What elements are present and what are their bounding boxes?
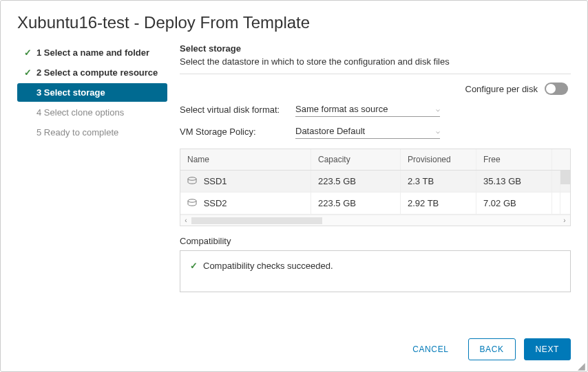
col-free[interactable]: Free — [476, 149, 552, 170]
col-provisioned[interactable]: Provisioned — [401, 149, 476, 170]
col-name[interactable]: Name — [180, 149, 311, 170]
section-title: Select storage — [180, 43, 571, 54]
table-body: SSD1 223.5 GB 2.3 TB 35.13 GB SSD2 — [180, 171, 570, 215]
disk-format-label: Select virtual disk format: — [180, 105, 295, 115]
cell-free: 7.02 GB — [476, 193, 552, 214]
cell-provisioned: 2.3 TB — [401, 171, 476, 192]
svg-point-0 — [188, 177, 196, 180]
wizard-sidebar: ✓ 1 Select a name and folder ✓ 2 Select … — [17, 41, 167, 327]
resize-handle-icon[interactable]: ◢ — [578, 362, 586, 370]
configure-per-disk-row: Configure per disk — [180, 83, 571, 95]
cancel-button[interactable]: CANCEL — [401, 339, 459, 360]
datastore-icon — [187, 199, 197, 206]
cell-provisioned: 2.92 TB — [401, 193, 476, 214]
scroll-thumb[interactable] — [560, 171, 570, 184]
compatibility-box: ✓ Compatibility checks succeeded. — [180, 250, 571, 292]
scroll-left-icon[interactable]: ‹ — [180, 217, 191, 224]
table-row[interactable]: SSD2 223.5 GB 2.92 TB 7.02 GB — [180, 193, 570, 215]
cell-name: SSD1 — [180, 171, 311, 192]
ds-name: SSD1 — [204, 176, 227, 186]
storage-policy-select[interactable]: Datastore Default ⌵ — [295, 124, 440, 139]
table-row[interactable]: SSD1 223.5 GB 2.3 TB 35.13 GB — [180, 171, 570, 193]
step-label: 3 Select storage — [36, 87, 105, 98]
datastore-table: Name Capacity Provisioned Free SSD1 — [180, 149, 571, 226]
dialog-content: ✓ 1 Select a name and folder ✓ 2 Select … — [1, 41, 587, 327]
storage-policy-label: VM Storage Policy: — [180, 127, 295, 137]
chevron-down-icon: ⌵ — [436, 105, 440, 113]
cell-free: 35.13 GB — [476, 171, 552, 192]
step-label: 5 Ready to complete — [36, 127, 118, 138]
col-capacity[interactable]: Capacity — [311, 149, 401, 170]
step-compute-resource[interactable]: ✓ 2 Select a compute resource — [17, 63, 167, 82]
datastore-icon — [187, 177, 197, 184]
step-label: 4 Select clone options — [36, 107, 124, 118]
dialog-footer: CANCEL BACK NEXT — [1, 327, 587, 371]
deploy-template-dialog: Xubuntu16-test - Deploy From Template ✓ … — [0, 0, 588, 372]
compatibility-label: Compatibility — [180, 236, 571, 246]
cell-capacity: 223.5 GB — [311, 193, 401, 214]
main-panel: Select storage Select the datastore in w… — [167, 41, 571, 327]
disk-format-select[interactable]: Same format as source ⌵ — [295, 102, 440, 117]
section-subtitle: Select the datastore in which to store t… — [180, 56, 571, 67]
step-ready-complete: 5 Ready to complete — [17, 123, 167, 142]
step-clone-options: 4 Select clone options — [17, 103, 167, 122]
storage-policy-value: Datastore Default — [295, 126, 365, 136]
check-icon: ✓ — [24, 47, 32, 58]
next-button[interactable]: NEXT — [524, 338, 571, 360]
dialog-title: Xubuntu16-test - Deploy From Template — [1, 1, 587, 41]
svg-point-1 — [188, 199, 196, 202]
back-button[interactable]: BACK — [468, 338, 516, 360]
disk-format-row: Select virtual disk format: Same format … — [180, 102, 571, 117]
disk-format-value: Same format as source — [295, 104, 388, 114]
step-select-storage[interactable]: 3 Select storage — [17, 83, 167, 102]
configure-per-disk-label: Configure per disk — [465, 84, 538, 94]
horizontal-scrollbar[interactable]: ‹ › — [180, 215, 570, 226]
ds-name: SSD2 — [204, 198, 227, 208]
configure-per-disk-toggle[interactable] — [545, 83, 568, 95]
storage-policy-row: VM Storage Policy: Datastore Default ⌵ — [180, 124, 571, 139]
cell-capacity: 223.5 GB — [311, 171, 401, 192]
check-icon: ✓ — [24, 67, 32, 78]
vertical-scrollbar[interactable] — [560, 171, 570, 215]
step-label: 2 Select a compute resource — [36, 67, 158, 78]
table-header: Name Capacity Provisioned Free — [180, 149, 570, 171]
chevron-down-icon: ⌵ — [436, 127, 440, 135]
scroll-thumb[interactable] — [191, 217, 322, 224]
compatibility-message: Compatibility checks succeeded. — [203, 261, 333, 271]
scroll-right-icon[interactable]: › — [559, 217, 570, 224]
col-spacer — [552, 149, 563, 170]
step-name-folder[interactable]: ✓ 1 Select a name and folder — [17, 43, 167, 62]
step-label: 1 Select a name and folder — [36, 47, 149, 58]
divider — [180, 74, 571, 74]
scroll-track[interactable] — [191, 217, 559, 224]
check-icon: ✓ — [190, 261, 198, 271]
compatibility-row: ✓ Compatibility checks succeeded. — [190, 261, 560, 271]
cell-name: SSD2 — [180, 193, 311, 214]
